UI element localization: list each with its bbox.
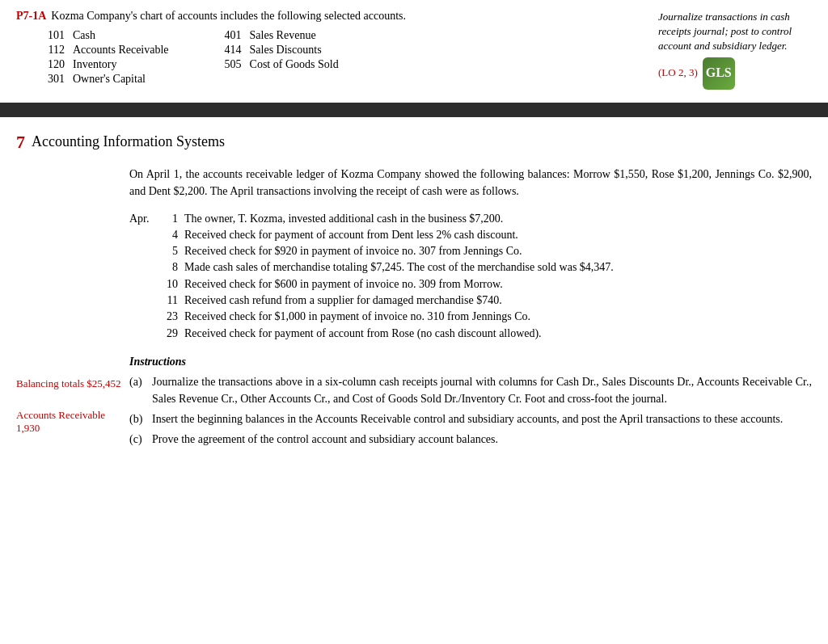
gls-row: (LO 2, 3) GLS — [658, 57, 812, 90]
trans-day: 23 — [162, 309, 184, 325]
transaction-row-5: 10 Received check for $600 in payment of… — [129, 276, 812, 293]
instruction-item-b: (b) Insert the beginning balances in the… — [129, 410, 812, 427]
main-content: On April 1, the accounts receivable ledg… — [0, 159, 828, 459]
trans-text: Made cash sales of merchandise totaling … — [184, 259, 812, 276]
trans-month: Apr. — [129, 211, 162, 227]
account-row: 414 Sales Discounts — [218, 44, 339, 57]
top-section: P7-1A Kozma Company's chart of accounts … — [0, 0, 828, 98]
problem-description: Kozma Company's chart of accounts includ… — [51, 10, 406, 23]
trans-text: Received check for $600 in payment of in… — [184, 276, 812, 293]
account-row: 112 Accounts Receivable — [40, 44, 169, 57]
inst-text-b: Insert the beginning balances in the Acc… — [152, 410, 783, 427]
transaction-row-6: 11 Received cash refund from a supplier … — [129, 293, 812, 309]
trans-text: The owner, T. Kozma, invested additional… — [184, 211, 812, 227]
transaction-row-2: 4 Received check for payment of account … — [129, 227, 812, 243]
gls-badge: GLS — [703, 57, 735, 90]
dark-divider-bar — [0, 103, 828, 117]
instructions-section: Instructions (a) Journalize the transact… — [129, 353, 812, 448]
trans-day: 29 — [162, 326, 184, 342]
inst-label-b: (b) — [129, 410, 147, 427]
accounts-receivable-note: Accounts Receivable 1,930 — [16, 409, 121, 435]
account-num: 120 — [40, 58, 65, 71]
accounts-grid: 101 Cash 112 Accounts Receivable 120 Inv… — [40, 29, 650, 86]
trans-day: 8 — [162, 259, 184, 276]
chapter-number: 7 — [16, 132, 25, 153]
account-name: Inventory — [73, 58, 116, 71]
problem-header: P7-1A Kozma Company's chart of accounts … — [16, 10, 650, 23]
transaction-row-7: 23 Received check for $1,000 in payment … — [129, 309, 812, 325]
content-wrapper: Balancing totals $25,452 Accounts Receiv… — [0, 159, 828, 459]
problem-id: P7-1A — [16, 10, 46, 23]
trans-day: 1 — [162, 211, 184, 227]
transaction-row-3: 5 Received check for $920 in payment of … — [129, 243, 812, 259]
account-row: 120 Inventory — [40, 58, 169, 71]
account-name: Sales Revenue — [250, 29, 316, 42]
account-name: Accounts Receivable — [73, 44, 169, 57]
account-num: 414 — [218, 44, 242, 57]
transactions-table: Apr. 1 The owner, T. Kozma, invested add… — [129, 211, 812, 342]
balancing-note: Balancing totals $25,452 — [16, 377, 121, 390]
lo-label: (LO 2, 3) — [658, 65, 698, 80]
inst-text-c: Prove the agreement of the control accou… — [152, 431, 498, 448]
page-container: P7-1A Kozma Company's chart of accounts … — [0, 0, 828, 644]
account-num: 301 — [40, 73, 65, 86]
accounts-col-left: 101 Cash 112 Accounts Receivable 120 Inv… — [40, 29, 169, 86]
chapter-heading: 7 Accounting Information Systems — [0, 117, 828, 159]
account-name: Cash — [73, 29, 95, 42]
account-name: Cost of Goods Sold — [250, 58, 339, 71]
account-row: 301 Owner's Capital — [40, 73, 169, 86]
accounts-col-right: 401 Sales Revenue 414 Sales Discounts 50… — [218, 29, 339, 86]
account-num: 505 — [218, 58, 242, 71]
account-row: 505 Cost of Goods Sold — [218, 58, 339, 71]
inst-text-a: Journalize the transactions above in a s… — [152, 373, 812, 407]
transaction-row-1: Apr. 1 The owner, T. Kozma, invested add… — [129, 211, 812, 227]
account-num: 401 — [218, 29, 242, 42]
right-instructions: Journalize transactions in cash receipts… — [650, 10, 812, 90]
accounts-receivable-label: Accounts Receivable — [16, 409, 121, 422]
trans-text: Received check for $1,000 in payment of … — [184, 309, 812, 325]
instructions-title: Instructions — [129, 353, 812, 370]
account-row: 401 Sales Revenue — [218, 29, 339, 42]
problem-block: P7-1A Kozma Company's chart of accounts … — [16, 10, 650, 86]
inst-label-c: (c) — [129, 431, 147, 448]
balancing-text: Balancing totals $25,452 — [16, 377, 121, 389]
trans-text: Received check for payment of account fr… — [184, 326, 812, 342]
intro-paragraph: On April 1, the accounts receivable ledg… — [129, 166, 812, 200]
account-name: Owner's Capital — [73, 73, 146, 86]
trans-day: 11 — [162, 293, 184, 309]
account-num: 112 — [40, 44, 65, 57]
instructions-text: Journalize transactions in cash receipts… — [658, 11, 792, 52]
transaction-row-8: 29 Received check for payment of account… — [129, 326, 812, 342]
account-name: Sales Discounts — [250, 44, 322, 57]
trans-text: Received check for $920 in payment of in… — [184, 243, 812, 259]
instruction-item-a: (a) Journalize the transactions above in… — [129, 373, 812, 407]
trans-text: Received cash refund from a supplier for… — [184, 293, 812, 309]
chapter-title: Accounting Information Systems — [32, 133, 225, 150]
trans-day: 10 — [162, 276, 184, 293]
trans-day: 4 — [162, 227, 184, 243]
account-row: 101 Cash — [40, 29, 169, 42]
account-num: 101 — [40, 29, 65, 42]
trans-text: Received check for payment of account fr… — [184, 227, 812, 243]
inst-label-a: (a) — [129, 373, 147, 407]
trans-day: 5 — [162, 243, 184, 259]
accounts-receivable-value: 1,930 — [16, 422, 121, 435]
transaction-row-4: 8 Made cash sales of merchandise totalin… — [129, 259, 812, 276]
instruction-item-c: (c) Prove the agreement of the control a… — [129, 431, 812, 448]
